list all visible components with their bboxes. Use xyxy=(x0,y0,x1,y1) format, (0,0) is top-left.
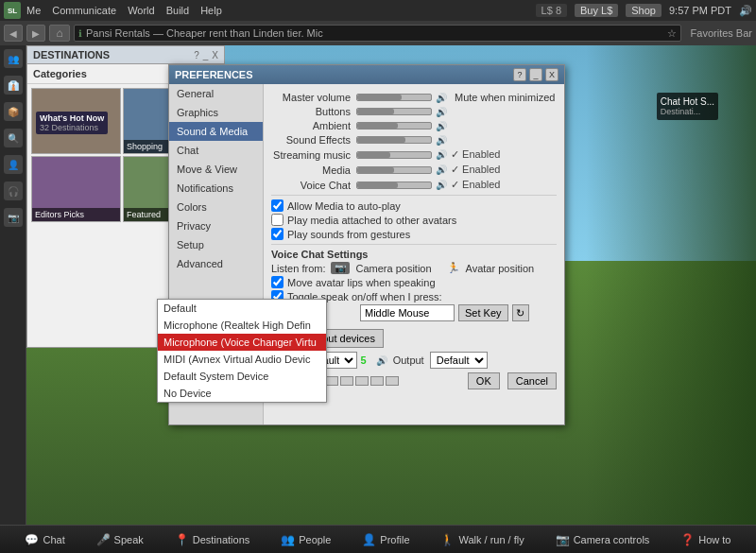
pref-menu-setup[interactable]: Setup xyxy=(169,235,263,254)
master-volume-icon[interactable]: 🔊 xyxy=(436,93,447,103)
camera-position-label[interactable]: Camera position xyxy=(355,263,431,274)
volume-icon[interactable]: 🔊 xyxy=(739,5,752,17)
back-button[interactable]: ◀ xyxy=(4,25,23,42)
scene-background: Chat Hot S... Destinati... DESTINATIONS … xyxy=(26,45,756,525)
bookmark-icon[interactable]: ☆ xyxy=(667,27,677,40)
play-media-checkbox[interactable] xyxy=(271,214,284,226)
menu-communicate[interactable]: Communicate xyxy=(52,5,116,16)
sidebar-appearance-icon[interactable]: 👔 xyxy=(4,76,23,95)
chat-hot-label: Chat Hot S... Destinati... xyxy=(657,93,718,120)
mute-when-minimized-label: Mute when minimized xyxy=(455,92,555,103)
ambient-volume-icon[interactable]: 🔊 xyxy=(436,121,447,131)
pref-menu-general[interactable]: General xyxy=(169,84,263,103)
destinations-minimize[interactable]: _ xyxy=(203,50,209,60)
balance-display: L$ 8 xyxy=(536,4,567,17)
shop-button[interactable]: Shop xyxy=(626,4,662,17)
preferences-help-button[interactable]: ? xyxy=(513,68,526,81)
camera-icon: 📷 xyxy=(331,262,350,274)
menu-world[interactable]: World xyxy=(128,5,155,16)
input-volume-icon[interactable]: 🔊 xyxy=(376,355,387,366)
streaming-music-icon[interactable]: 🔊 xyxy=(436,149,447,160)
pref-menu-graphics[interactable]: Graphics xyxy=(169,103,263,122)
dest-item-3[interactable]: Editors Picks xyxy=(31,156,121,222)
dropdown-item-default[interactable]: Default xyxy=(158,300,326,317)
pref-menu-advanced[interactable]: Advanced xyxy=(169,254,263,273)
listen-from-row: Listen from: 📷 Camera position 🏃 Avatar … xyxy=(271,262,557,274)
sidebar-avatar-icon[interactable]: 👤 xyxy=(4,155,23,174)
play-sounds-checkbox[interactable] xyxy=(271,228,284,240)
buttons-volume-icon[interactable]: 🔊 xyxy=(436,107,447,117)
pref-menu-move[interactable]: Move & View xyxy=(169,160,263,179)
move-avatar-checkbox[interactable] xyxy=(271,276,284,288)
pref-menu-notifications[interactable]: Notifications xyxy=(169,179,263,198)
media-slider[interactable] xyxy=(356,166,432,174)
dest-item-1[interactable]: What's Hot Now 32 Destinations xyxy=(31,88,121,154)
destinations-help[interactable]: ? xyxy=(194,50,199,60)
dropdown-item-voice-changer[interactable]: Microphone (Voice Changer Virtu xyxy=(158,334,326,351)
dropdown-item-realtek[interactable]: Microphone (Realtek High Defin xyxy=(158,317,326,334)
pref-menu-privacy[interactable]: Privacy xyxy=(169,216,263,235)
ok-button[interactable]: OK xyxy=(468,372,500,389)
sound-effects-icon[interactable]: 🔊 xyxy=(436,135,447,146)
main-area: 👥 👔 📦 🔍 👤 🎧 📷 Chat Hot S... Destinati...… xyxy=(0,45,756,525)
taskbar-howto[interactable]: ❓ How to xyxy=(673,531,738,548)
pref-menu-colors[interactable]: Colors xyxy=(169,198,263,216)
menu-build[interactable]: Build xyxy=(166,5,189,16)
sidebar-camera-icon[interactable]: 📷 xyxy=(4,208,23,227)
destinations-close[interactable]: X xyxy=(212,50,218,60)
dropdown-item-midi[interactable]: MIDI (Avnex Virtual Audio Devic xyxy=(158,351,326,368)
people-icon: 👥 xyxy=(281,533,295,546)
top-bar: SL Me Communicate World Build Help L$ 8 … xyxy=(0,0,756,21)
time-display: 9:57 PM PDT xyxy=(669,5,731,16)
streaming-music-slider[interactable] xyxy=(356,151,432,159)
preferences-minimize-button[interactable]: _ xyxy=(529,68,542,81)
dropdown-item-nodevice[interactable]: No Device xyxy=(158,385,326,402)
buttons-slider[interactable] xyxy=(356,108,432,115)
buy-button[interactable]: Buy L$ xyxy=(575,4,618,17)
refresh-button[interactable]: ↻ xyxy=(512,304,529,321)
taskbar-chat[interactable]: 💬 Chat xyxy=(17,531,72,548)
menu-help[interactable]: Help xyxy=(200,5,222,16)
dropdown-item-system[interactable]: Default System Device xyxy=(158,368,326,385)
pref-menu-chat[interactable]: Chat xyxy=(169,141,263,160)
cancel-button[interactable]: Cancel xyxy=(507,372,557,389)
sound-effects-slider[interactable] xyxy=(356,136,432,144)
home-button[interactable]: ⌂ xyxy=(49,25,70,42)
media-volume-icon[interactable]: 🔊 xyxy=(436,164,447,175)
avatar-position-label[interactable]: Avatar position xyxy=(466,263,535,274)
menu-me[interactable]: Me xyxy=(26,5,41,16)
ambient-slider[interactable] xyxy=(356,122,432,130)
taskbar-walk[interactable]: 🚶 Walk / run / fly xyxy=(433,531,531,548)
set-key-button[interactable]: Set Key xyxy=(458,304,508,321)
streaming-music-row: Streaming music 🔊 ✓ Enabled xyxy=(271,148,557,161)
forward-button[interactable]: ▶ xyxy=(26,25,45,42)
vol-box-4 xyxy=(370,376,384,386)
sidebar-people-icon[interactable]: 👥 xyxy=(4,49,23,68)
taskbar-camera[interactable]: 📷 Camera controls xyxy=(548,531,658,548)
taskbar-profile[interactable]: 👤 Profile xyxy=(354,531,417,548)
taskbar-chat-label: Chat xyxy=(43,534,64,545)
taskbar-destinations-label: Destinations xyxy=(193,534,250,545)
input-dropdown-overlay: Default Microphone (Realtek High Defin M… xyxy=(157,299,327,403)
output-select[interactable]: Default xyxy=(430,352,488,369)
taskbar-destinations[interactable]: 📍 Destinations xyxy=(167,531,258,548)
preferences-title: PREFERENCES xyxy=(175,69,253,80)
master-volume-slider[interactable] xyxy=(356,94,432,101)
volume-boxes xyxy=(325,376,399,386)
voice-chat-icon[interactable]: 🔊 xyxy=(436,180,447,190)
address-bar[interactable]: ℹ Pansi Rentals — Cheaper rent than Lind… xyxy=(74,25,681,42)
sidebar-search-icon[interactable]: 🔍 xyxy=(4,129,23,147)
key-input[interactable] xyxy=(360,304,455,321)
sidebar-inventory-icon[interactable]: 📦 xyxy=(4,102,23,121)
sidebar-headset-icon[interactable]: 🎧 xyxy=(4,181,23,200)
pref-menu-sound[interactable]: Sound & Media xyxy=(169,122,263,141)
divider-1 xyxy=(271,195,557,196)
profile-icon: 👤 xyxy=(362,533,376,546)
taskbar-speak[interactable]: 🎤 Speak xyxy=(89,531,151,548)
allow-media-checkbox[interactable] xyxy=(271,199,284,212)
voice-chat-slider[interactable] xyxy=(356,181,432,189)
preferences-window-controls: ? _ X xyxy=(513,68,558,81)
master-volume-label: Master volume xyxy=(271,92,356,103)
taskbar-people[interactable]: 👥 People xyxy=(273,531,338,548)
preferences-close-button[interactable]: X xyxy=(545,68,558,81)
